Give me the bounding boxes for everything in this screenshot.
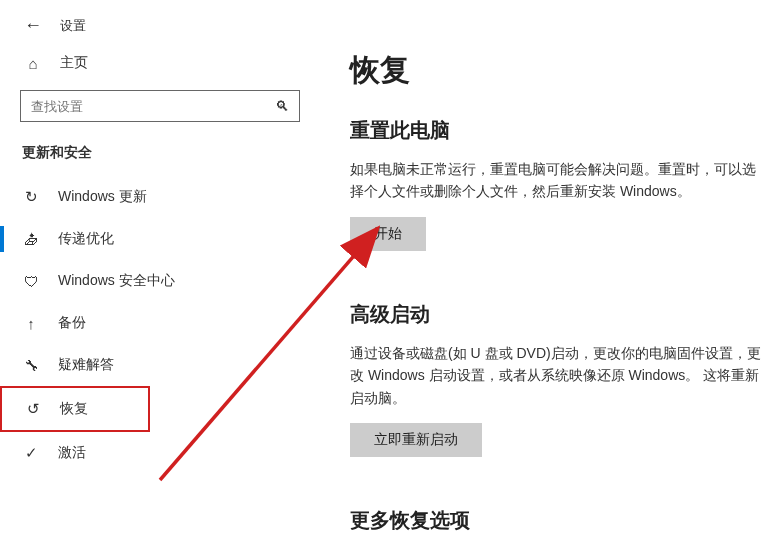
category-title: 更新和安全 bbox=[0, 140, 320, 176]
nav-activation[interactable]: ✓ 激活 bbox=[0, 432, 320, 474]
advanced-desc: 通过设备或磁盘(如 U 盘或 DVD)启动，更改你的电脑固件设置，更改 Wind… bbox=[350, 342, 762, 409]
page-title: 恢复 bbox=[350, 50, 762, 91]
troubleshoot-icon: 🔧︎ bbox=[22, 357, 40, 374]
nav-label: Windows 安全中心 bbox=[58, 272, 175, 290]
nav-label: 疑难解答 bbox=[58, 356, 114, 374]
reset-section: 重置此电脑 如果电脑未正常运行，重置电脑可能会解决问题。重置时，可以选择个人文件… bbox=[350, 117, 762, 291]
reset-title: 重置此电脑 bbox=[350, 117, 762, 144]
nav-label: Windows 更新 bbox=[58, 188, 147, 206]
advanced-section: 高级启动 通过设备或磁盘(如 U 盘或 DVD)启动，更改你的电脑固件设置，更改… bbox=[350, 301, 762, 497]
nav-label: 恢复 bbox=[60, 400, 88, 418]
nav-recovery[interactable]: ↺ 恢复 bbox=[0, 386, 150, 432]
nav-label: 传递优化 bbox=[58, 230, 114, 248]
recovery-icon: ↺ bbox=[24, 400, 42, 418]
back-icon[interactable]: ← bbox=[24, 15, 42, 36]
nav-windows-update[interactable]: ↻ Windows 更新 bbox=[0, 176, 320, 218]
nav-label: 激活 bbox=[58, 444, 86, 462]
search-input[interactable] bbox=[31, 99, 275, 114]
backup-icon: ↑ bbox=[22, 315, 40, 332]
delivery-icon: 📤︎ bbox=[22, 231, 40, 248]
shield-icon: 🛡︎ bbox=[22, 273, 40, 290]
more-section: 更多恢复选项 了解如何进行 Windows 的全新安装以便 bbox=[350, 507, 762, 548]
search-box[interactable]: 🔍︎ bbox=[20, 90, 300, 122]
nav-security[interactable]: 🛡︎ Windows 安全中心 bbox=[0, 260, 320, 302]
advanced-restart-button[interactable]: 立即重新启动 bbox=[350, 423, 482, 457]
home-icon: ⌂ bbox=[24, 55, 42, 72]
nav-label: 备份 bbox=[58, 314, 86, 332]
more-title: 更多恢复选项 bbox=[350, 507, 762, 534]
reset-start-button[interactable]: 开始 bbox=[350, 217, 426, 251]
nav-delivery-optimization[interactable]: 📤︎ 传递优化 bbox=[0, 218, 320, 260]
nav-backup[interactable]: ↑ 备份 bbox=[0, 302, 320, 344]
nav-troubleshoot[interactable]: 🔧︎ 疑难解答 bbox=[0, 344, 320, 386]
home-label: 主页 bbox=[60, 54, 88, 72]
reset-desc: 如果电脑未正常运行，重置电脑可能会解决问题。重置时，可以选择个人文件或删除个人文… bbox=[350, 158, 762, 203]
activation-icon: ✓ bbox=[22, 444, 40, 462]
sync-icon: ↻ bbox=[22, 188, 40, 206]
window-title: 设置 bbox=[60, 17, 86, 35]
advanced-title: 高级启动 bbox=[350, 301, 762, 328]
search-icon: 🔍︎ bbox=[275, 98, 289, 114]
home-nav[interactable]: ⌂ 主页 bbox=[0, 46, 320, 82]
